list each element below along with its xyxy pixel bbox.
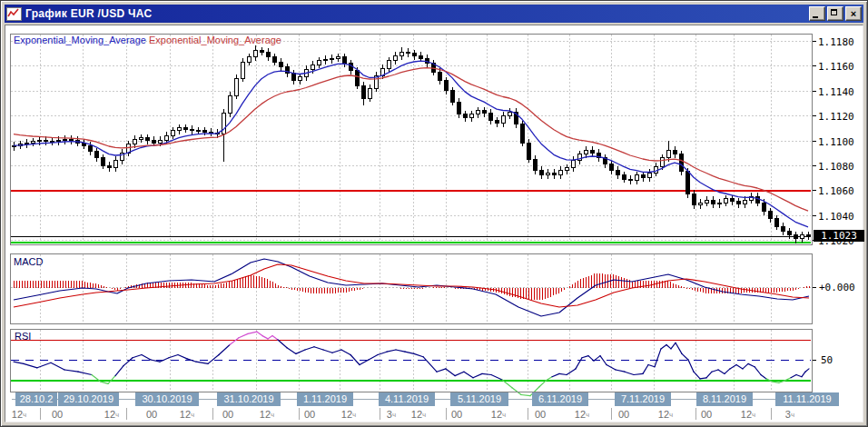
rsi-curve-segment: [262, 336, 268, 339]
candle-body: [717, 203, 721, 204]
time-label: 12ч: [260, 409, 274, 420]
candle-body: [342, 57, 346, 64]
candle-body: [711, 200, 715, 204]
candle-body: [469, 114, 473, 118]
date-badge: 8.11.2019: [696, 392, 753, 406]
candle-body: [241, 62, 244, 78]
candle-body: [101, 158, 104, 165]
rsi-curve-segment: [123, 358, 133, 366]
candle-body: [336, 57, 340, 58]
candle-body: [476, 111, 479, 114]
candle-body: [673, 151, 676, 154]
rsi-curve-segment: [482, 373, 491, 374]
rsi-curve-segment: [414, 353, 423, 356]
time-label: 00: [618, 409, 629, 420]
date-badge: 1.11.2019: [297, 392, 353, 406]
rsi-curve-segment: [671, 343, 676, 349]
ema-slow-label: Exponential_Moving_Average: [149, 35, 281, 45]
rsi-curve-segment: [655, 349, 661, 367]
candle-body: [37, 141, 41, 142]
rsi-panel-label: RSI: [15, 331, 31, 342]
rsi-curve-segment: [559, 373, 567, 374]
rsi-curve-segment: [230, 338, 239, 345]
rsi-curve-segment: [634, 373, 643, 374]
candle-body: [762, 203, 765, 212]
time-label: 00: [146, 409, 157, 420]
candle-body: [571, 161, 575, 168]
candle-body: [730, 199, 734, 202]
candle-body: [107, 165, 111, 168]
candle-body: [177, 128, 181, 131]
rsi-curve-segment: [582, 356, 588, 358]
rsi-curve-segment: [437, 369, 446, 372]
candle-body: [527, 143, 530, 159]
rsi-curve-segment: [14, 362, 24, 363]
candle-body: [88, 145, 92, 152]
rsi-curve-segment: [600, 356, 607, 365]
candle-body: [539, 170, 543, 174]
candle-body: [698, 203, 702, 205]
time-label: 00: [304, 409, 315, 420]
rsi-curve-segment: [423, 357, 437, 372]
date-badge: 29.10.2019: [58, 392, 119, 406]
rsi-curve-segment: [736, 365, 743, 369]
candle-body: [660, 158, 664, 167]
candle-body: [724, 199, 727, 203]
time-label: 12ч: [491, 409, 506, 420]
date-badge: 11.11.2019: [775, 392, 839, 406]
candle-body: [387, 61, 390, 68]
candle-body: [31, 142, 35, 143]
maximize-button[interactable]: [827, 6, 843, 21]
candle-body: [438, 72, 441, 81]
price-axis-label: 1.1140: [818, 86, 854, 98]
time-label: 3ч: [387, 409, 396, 420]
rsi-curve-segment: [272, 336, 278, 340]
candle-body: [279, 62, 282, 66]
candle-body: [266, 52, 270, 56]
time-label: 00: [701, 409, 712, 420]
candle-body: [323, 60, 327, 61]
rsi-curve-segment: [287, 348, 296, 354]
time-label: 00: [52, 409, 63, 420]
rsi-curve-segment: [576, 358, 582, 369]
rsi-curve-segment: [802, 372, 805, 377]
rsi-curve-segment: [567, 369, 576, 375]
candle-body: [202, 131, 206, 132]
titlebar[interactable]: График EUR /USD ЧАС ×: [5, 5, 863, 23]
candle-body: [736, 202, 740, 204]
time-label: 00: [535, 409, 546, 420]
time-label: 00: [222, 409, 233, 420]
chart-canvas[interactable]: 1.11801.11601.11401.11201.11001.10801.10…: [1, 1, 868, 427]
rsi-curve-segment: [712, 370, 718, 372]
date-badge: 28.10.2: [15, 392, 57, 406]
candle-body: [508, 112, 511, 115]
rsi-curve-segment: [607, 365, 616, 371]
rsi-curve-segment: [748, 363, 755, 366]
candle-body: [361, 85, 365, 98]
rsi-curve-segment: [694, 372, 700, 379]
rsi-curve-segment: [378, 352, 387, 354]
candle-body: [253, 51, 257, 57]
minimize-button[interactable]: [809, 6, 825, 21]
candle-body: [794, 235, 797, 239]
date-badge: 30.10.2019: [135, 392, 199, 406]
candle-body: [533, 159, 537, 170]
date-badge: 6.11.2019: [532, 392, 588, 406]
candle-body: [158, 141, 162, 144]
time-label: 12ч: [104, 409, 119, 420]
candle-body: [806, 235, 810, 236]
rsi-curve-segment: [178, 355, 187, 359]
maximize-icon: [831, 9, 837, 15]
rsi-curve-segment: [648, 365, 655, 367]
candle-body: [311, 65, 314, 69]
close-button[interactable]: ×: [845, 6, 862, 21]
candle-body: [25, 143, 28, 144]
candle-body: [272, 57, 276, 62]
date-badge: 31.10.2019: [217, 392, 281, 406]
candle-body: [768, 212, 772, 219]
rsi-curve-segment: [101, 382, 108, 383]
candle-body: [291, 74, 295, 81]
candle-body: [317, 61, 321, 65]
candle-body: [145, 138, 149, 141]
rsi-curve-segment: [616, 370, 625, 372]
